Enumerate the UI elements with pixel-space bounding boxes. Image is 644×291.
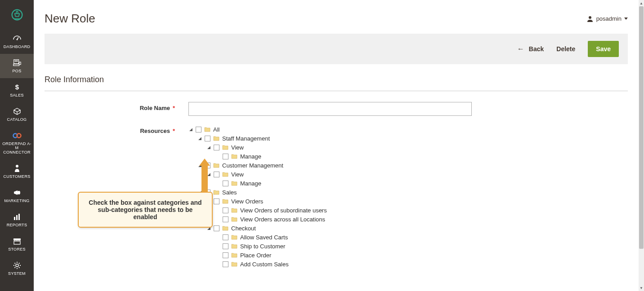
tree-checkbox[interactable] <box>223 252 228 258</box>
scrollbar-thumb[interactable] <box>639 6 644 249</box>
tree-toggle-icon[interactable]: ◢ <box>206 172 211 176</box>
tree-checkbox[interactable] <box>196 127 201 132</box>
tree-node-label[interactable]: View Orders of subordinate users <box>240 207 327 214</box>
tree-checkbox[interactable] <box>214 198 219 204</box>
tree-toggle-icon[interactable]: ◢ <box>206 145 211 150</box>
svg-rect-4 <box>13 60 18 64</box>
scroll-up-icon[interactable]: ▲ <box>639 0 644 6</box>
page-title: New Role <box>45 12 95 26</box>
svg-point-17 <box>589 16 591 19</box>
tree-checkbox[interactable] <box>205 136 210 141</box>
tree-node-label[interactable]: Customer Management <box>222 162 283 169</box>
tree-node-label[interactable]: Ship to Customer <box>240 243 285 250</box>
tree-node-label[interactable]: View <box>231 144 244 151</box>
sidebar-label: MARKETING <box>4 199 29 203</box>
tree-checkbox[interactable] <box>223 181 228 186</box>
tree-node: ◢Customer Management <box>197 161 327 170</box>
scrollbar[interactable]: ▲ ▼ <box>639 0 644 291</box>
tree-toggle-icon[interactable]: ◢ <box>206 199 211 203</box>
tree-node-label[interactable]: View <box>231 171 244 178</box>
cube-icon <box>13 107 22 116</box>
tree-node-label[interactable]: View Orders across all Locations <box>240 216 325 223</box>
tree-checkbox[interactable] <box>223 243 228 249</box>
dollar-icon: $ <box>13 83 22 92</box>
svg-point-16 <box>16 264 18 267</box>
role-name-input[interactable] <box>188 102 472 116</box>
tree-checkbox[interactable] <box>205 163 210 168</box>
tree-node: Manage <box>215 179 327 188</box>
role-name-label: Role Name* <box>45 102 188 116</box>
tree-node-label[interactable]: View Orders <box>231 198 263 205</box>
gear-icon <box>13 261 22 270</box>
svg-point-3 <box>16 39 18 40</box>
tree-toggle-icon[interactable]: ◢ <box>188 127 193 132</box>
sidebar-item-pos[interactable]: POS <box>0 54 34 78</box>
sidebar-item-connector[interactable]: ORDERPAD A-M CONNECTOR <box>0 127 34 160</box>
user-icon <box>586 15 594 22</box>
tree-node: View Orders across all Locations <box>215 215 327 224</box>
tree-node-label[interactable]: Add Custom Sales <box>240 261 289 268</box>
tree-node-label[interactable]: Place Order <box>240 252 271 259</box>
svg-rect-15 <box>14 241 20 244</box>
tree-checkbox[interactable] <box>223 207 228 213</box>
tree-toggle-icon[interactable]: ◢ <box>197 163 202 168</box>
scroll-down-icon[interactable]: ▼ <box>639 285 644 291</box>
tree-toggle-icon[interactable]: ◢ <box>197 136 202 141</box>
sidebar-item-catalog[interactable]: CATALOG <box>0 102 34 127</box>
sidebar-item-reports[interactable]: REPORTS <box>0 208 34 232</box>
tree-node-label[interactable]: Manage <box>240 180 261 187</box>
tree-node-label[interactable]: All <box>213 126 219 133</box>
main: New Role posadmin ← Back Delete Save Rol… <box>34 0 644 291</box>
sidebar-label: ORDERPAD A-M CONNECTOR <box>2 142 32 155</box>
tree-node: Allow Saved Carts <box>215 233 327 242</box>
svg-text:$: $ <box>15 84 19 91</box>
sidebar-item-marketing[interactable]: MARKETING <box>0 184 34 208</box>
tree-checkbox[interactable] <box>214 145 219 150</box>
resources-tree: ◢All◢Staff Management◢ViewManage◢Custome… <box>188 125 327 269</box>
tree-node-label[interactable]: Checkout <box>231 225 256 232</box>
tree-node: ◢View <box>206 143 327 152</box>
tree-node-label[interactable]: Allow Saved Carts <box>240 234 288 241</box>
tree-node-label[interactable]: Manage <box>240 153 261 160</box>
horn-icon <box>13 188 22 197</box>
delete-button[interactable]: Delete <box>556 45 575 53</box>
tree-checkbox[interactable] <box>205 190 210 195</box>
sidebar-item-sales[interactable]: $ SALES <box>0 78 34 102</box>
sidebar-label: CATALOG <box>7 118 27 122</box>
back-button[interactable]: ← Back <box>517 45 544 53</box>
tree-checkbox[interactable] <box>223 234 228 240</box>
tree-checkbox[interactable] <box>214 172 219 177</box>
sidebar-label: CUSTOMERS <box>3 175 30 179</box>
user-menu[interactable]: posadmin <box>586 15 628 22</box>
sidebar-label: POS <box>13 69 22 74</box>
caret-down-icon <box>624 18 628 20</box>
svg-rect-12 <box>14 217 15 220</box>
tree-toggle-icon[interactable]: ◢ <box>206 226 211 230</box>
sidebar-item-customers[interactable]: CUSTOMERS <box>0 159 34 184</box>
sidebar: DASHBOARD POS $ SALES CATALOG ORDERPAD A… <box>0 0 34 291</box>
tree-checkbox[interactable] <box>214 225 219 231</box>
person-icon <box>13 164 22 173</box>
tree-checkbox[interactable] <box>223 261 228 267</box>
svg-rect-6 <box>13 64 19 66</box>
sidebar-item-system[interactable]: SYSTEM <box>0 256 34 281</box>
tree-node: ◢View Orders <box>206 197 327 206</box>
svg-rect-7 <box>19 62 21 64</box>
tree-node: Ship to Customer <box>215 242 327 251</box>
tree-node-label[interactable]: Staff Management <box>222 135 270 142</box>
register-icon <box>13 58 22 67</box>
svg-rect-14 <box>18 214 20 220</box>
sidebar-item-dashboard[interactable]: DASHBOARD <box>0 30 34 54</box>
sidebar-item-stores[interactable]: STORES <box>0 232 34 256</box>
sidebar-label: DASHBOARD <box>4 45 31 49</box>
tree-toggle-icon[interactable]: ◢ <box>197 190 202 194</box>
tree-node-label[interactable]: Sales <box>222 189 237 196</box>
tree-checkbox[interactable] <box>223 216 228 222</box>
tree-node: ◢Sales <box>197 188 327 197</box>
save-button[interactable]: Save <box>588 41 619 57</box>
svg-point-11 <box>16 165 18 168</box>
sidebar-label: SYSTEM <box>8 272 26 276</box>
tree-checkbox[interactable] <box>223 154 228 159</box>
svg-rect-5 <box>14 60 18 62</box>
sidebar-label: SALES <box>10 93 24 98</box>
